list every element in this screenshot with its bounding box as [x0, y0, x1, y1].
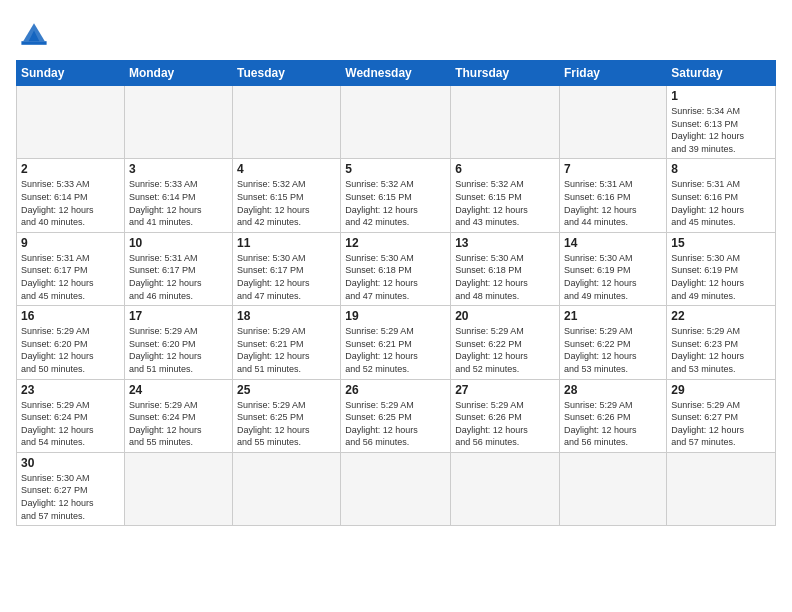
day-number: 26	[345, 383, 446, 397]
svg-rect-2	[21, 41, 46, 45]
day-info: Sunrise: 5:29 AMSunset: 6:25 PMDaylight:…	[237, 399, 336, 449]
calendar-cell: 23Sunrise: 5:29 AMSunset: 6:24 PMDayligh…	[17, 379, 125, 452]
day-number: 15	[671, 236, 771, 250]
day-number: 25	[237, 383, 336, 397]
day-number: 9	[21, 236, 120, 250]
calendar-cell	[233, 86, 341, 159]
calendar-cell: 30Sunrise: 5:30 AMSunset: 6:27 PMDayligh…	[17, 452, 125, 525]
day-info: Sunrise: 5:29 AMSunset: 6:20 PMDaylight:…	[129, 325, 228, 375]
day-number: 28	[564, 383, 662, 397]
day-number: 8	[671, 162, 771, 176]
calendar-cell: 8Sunrise: 5:31 AMSunset: 6:16 PMDaylight…	[667, 159, 776, 232]
day-info: Sunrise: 5:29 AMSunset: 6:26 PMDaylight:…	[455, 399, 555, 449]
calendar-cell	[124, 86, 232, 159]
calendar-cell: 20Sunrise: 5:29 AMSunset: 6:22 PMDayligh…	[451, 306, 560, 379]
header-friday: Friday	[560, 61, 667, 86]
day-number: 2	[21, 162, 120, 176]
day-info: Sunrise: 5:29 AMSunset: 6:22 PMDaylight:…	[455, 325, 555, 375]
calendar-cell	[560, 452, 667, 525]
day-number: 30	[21, 456, 120, 470]
day-info: Sunrise: 5:30 AMSunset: 6:19 PMDaylight:…	[564, 252, 662, 302]
day-info: Sunrise: 5:29 AMSunset: 6:24 PMDaylight:…	[129, 399, 228, 449]
day-info: Sunrise: 5:30 AMSunset: 6:18 PMDaylight:…	[345, 252, 446, 302]
day-info: Sunrise: 5:29 AMSunset: 6:24 PMDaylight:…	[21, 399, 120, 449]
day-number: 16	[21, 309, 120, 323]
calendar-cell	[451, 452, 560, 525]
day-info: Sunrise: 5:30 AMSunset: 6:18 PMDaylight:…	[455, 252, 555, 302]
calendar-cell: 18Sunrise: 5:29 AMSunset: 6:21 PMDayligh…	[233, 306, 341, 379]
calendar-row: 30Sunrise: 5:30 AMSunset: 6:27 PMDayligh…	[17, 452, 776, 525]
calendar: Sunday Monday Tuesday Wednesday Thursday…	[16, 60, 776, 526]
day-number: 11	[237, 236, 336, 250]
day-number: 7	[564, 162, 662, 176]
calendar-cell	[667, 452, 776, 525]
day-info: Sunrise: 5:29 AMSunset: 6:27 PMDaylight:…	[671, 399, 771, 449]
calendar-row: 1Sunrise: 5:34 AMSunset: 6:13 PMDaylight…	[17, 86, 776, 159]
logo-icon	[16, 16, 52, 52]
calendar-cell: 24Sunrise: 5:29 AMSunset: 6:24 PMDayligh…	[124, 379, 232, 452]
day-number: 4	[237, 162, 336, 176]
calendar-cell: 2Sunrise: 5:33 AMSunset: 6:14 PMDaylight…	[17, 159, 125, 232]
calendar-cell	[233, 452, 341, 525]
calendar-cell: 9Sunrise: 5:31 AMSunset: 6:17 PMDaylight…	[17, 232, 125, 305]
day-info: Sunrise: 5:29 AMSunset: 6:21 PMDaylight:…	[345, 325, 446, 375]
calendar-row: 9Sunrise: 5:31 AMSunset: 6:17 PMDaylight…	[17, 232, 776, 305]
day-number: 12	[345, 236, 446, 250]
calendar-cell: 17Sunrise: 5:29 AMSunset: 6:20 PMDayligh…	[124, 306, 232, 379]
day-info: Sunrise: 5:34 AMSunset: 6:13 PMDaylight:…	[671, 105, 771, 155]
calendar-cell: 10Sunrise: 5:31 AMSunset: 6:17 PMDayligh…	[124, 232, 232, 305]
header-saturday: Saturday	[667, 61, 776, 86]
calendar-cell	[451, 86, 560, 159]
calendar-cell: 26Sunrise: 5:29 AMSunset: 6:25 PMDayligh…	[341, 379, 451, 452]
calendar-cell: 29Sunrise: 5:29 AMSunset: 6:27 PMDayligh…	[667, 379, 776, 452]
day-info: Sunrise: 5:33 AMSunset: 6:14 PMDaylight:…	[129, 178, 228, 228]
header-sunday: Sunday	[17, 61, 125, 86]
day-info: Sunrise: 5:32 AMSunset: 6:15 PMDaylight:…	[237, 178, 336, 228]
calendar-cell: 5Sunrise: 5:32 AMSunset: 6:15 PMDaylight…	[341, 159, 451, 232]
day-info: Sunrise: 5:31 AMSunset: 6:17 PMDaylight:…	[21, 252, 120, 302]
calendar-cell: 15Sunrise: 5:30 AMSunset: 6:19 PMDayligh…	[667, 232, 776, 305]
day-number: 19	[345, 309, 446, 323]
calendar-cell: 19Sunrise: 5:29 AMSunset: 6:21 PMDayligh…	[341, 306, 451, 379]
calendar-cell: 16Sunrise: 5:29 AMSunset: 6:20 PMDayligh…	[17, 306, 125, 379]
calendar-cell	[341, 452, 451, 525]
day-info: Sunrise: 5:32 AMSunset: 6:15 PMDaylight:…	[345, 178, 446, 228]
page: Sunday Monday Tuesday Wednesday Thursday…	[0, 0, 792, 612]
day-number: 6	[455, 162, 555, 176]
day-info: Sunrise: 5:33 AMSunset: 6:14 PMDaylight:…	[21, 178, 120, 228]
day-number: 23	[21, 383, 120, 397]
day-number: 17	[129, 309, 228, 323]
header-tuesday: Tuesday	[233, 61, 341, 86]
day-number: 13	[455, 236, 555, 250]
calendar-cell: 22Sunrise: 5:29 AMSunset: 6:23 PMDayligh…	[667, 306, 776, 379]
calendar-cell	[124, 452, 232, 525]
calendar-cell: 4Sunrise: 5:32 AMSunset: 6:15 PMDaylight…	[233, 159, 341, 232]
day-info: Sunrise: 5:31 AMSunset: 6:16 PMDaylight:…	[671, 178, 771, 228]
calendar-cell: 28Sunrise: 5:29 AMSunset: 6:26 PMDayligh…	[560, 379, 667, 452]
calendar-row: 23Sunrise: 5:29 AMSunset: 6:24 PMDayligh…	[17, 379, 776, 452]
day-info: Sunrise: 5:29 AMSunset: 6:25 PMDaylight:…	[345, 399, 446, 449]
calendar-cell: 13Sunrise: 5:30 AMSunset: 6:18 PMDayligh…	[451, 232, 560, 305]
day-number: 24	[129, 383, 228, 397]
day-info: Sunrise: 5:31 AMSunset: 6:17 PMDaylight:…	[129, 252, 228, 302]
calendar-cell	[560, 86, 667, 159]
day-number: 3	[129, 162, 228, 176]
calendar-cell	[341, 86, 451, 159]
calendar-row: 2Sunrise: 5:33 AMSunset: 6:14 PMDaylight…	[17, 159, 776, 232]
day-number: 21	[564, 309, 662, 323]
day-info: Sunrise: 5:30 AMSunset: 6:17 PMDaylight:…	[237, 252, 336, 302]
calendar-cell: 6Sunrise: 5:32 AMSunset: 6:15 PMDaylight…	[451, 159, 560, 232]
day-number: 20	[455, 309, 555, 323]
weekday-header-row: Sunday Monday Tuesday Wednesday Thursday…	[17, 61, 776, 86]
calendar-cell: 25Sunrise: 5:29 AMSunset: 6:25 PMDayligh…	[233, 379, 341, 452]
day-info: Sunrise: 5:30 AMSunset: 6:19 PMDaylight:…	[671, 252, 771, 302]
day-info: Sunrise: 5:29 AMSunset: 6:21 PMDaylight:…	[237, 325, 336, 375]
calendar-cell: 21Sunrise: 5:29 AMSunset: 6:22 PMDayligh…	[560, 306, 667, 379]
day-number: 14	[564, 236, 662, 250]
day-info: Sunrise: 5:29 AMSunset: 6:23 PMDaylight:…	[671, 325, 771, 375]
day-number: 18	[237, 309, 336, 323]
day-info: Sunrise: 5:32 AMSunset: 6:15 PMDaylight:…	[455, 178, 555, 228]
calendar-cell: 3Sunrise: 5:33 AMSunset: 6:14 PMDaylight…	[124, 159, 232, 232]
day-number: 22	[671, 309, 771, 323]
calendar-cell: 1Sunrise: 5:34 AMSunset: 6:13 PMDaylight…	[667, 86, 776, 159]
